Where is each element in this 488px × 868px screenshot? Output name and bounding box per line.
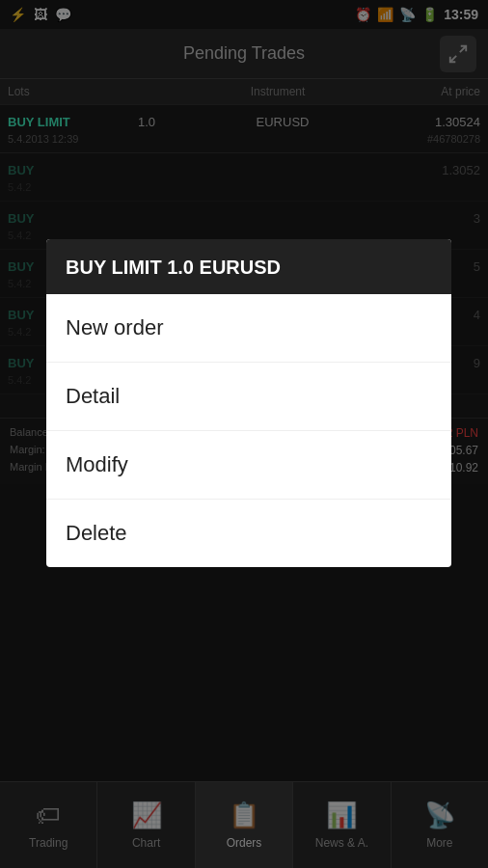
context-menu: BUY LIMIT 1.0 EURUSD New order Detail Mo…	[46, 239, 451, 567]
context-new-order[interactable]: New order	[46, 294, 451, 363]
context-delete[interactable]: Delete	[46, 500, 451, 567]
context-menu-title: BUY LIMIT 1.0 EURUSD	[46, 239, 451, 294]
context-modify[interactable]: Modify	[46, 431, 451, 500]
context-detail[interactable]: Detail	[46, 363, 451, 431]
